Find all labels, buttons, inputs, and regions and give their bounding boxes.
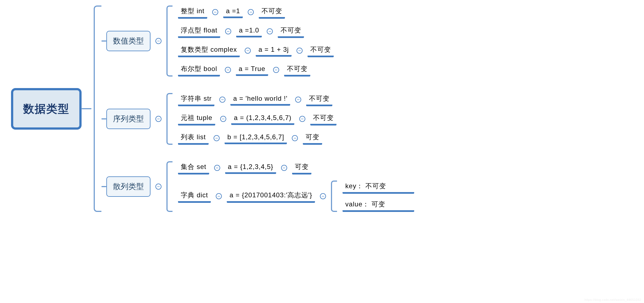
category-group: 数值类型−整型 int−a =1−不可变浮点型 float−a =1.0−不可变… [101,6,414,77]
collapse-icon[interactable]: − [297,48,303,54]
root-title: 数据类型 [23,103,69,115]
mutability: 不可变 [259,6,285,19]
type-name: 列表 list [178,132,209,145]
leaf-row: 字典 dict−a = {2017001403:'高志远'}−key： 不可变v… [173,181,414,212]
collapse-icon[interactable]: − [292,135,298,141]
type-example: a = {2017001403:'高志远'} [227,190,315,203]
type-example: a = 'hello world !' [230,94,290,106]
collapse-icon[interactable]: − [220,116,226,122]
type-name: 整型 int [178,6,207,19]
collapse-icon[interactable]: − [245,48,251,54]
collapse-icon[interactable]: − [299,116,305,122]
collapse-icon[interactable]: − [225,67,231,73]
category-node[interactable]: 序列类型 [106,109,150,129]
collapse-icon[interactable]: − [155,38,161,44]
collapse-icon[interactable]: − [155,116,161,122]
bracket [166,6,173,77]
nested-group: key： 不可变value： 可变 [331,181,414,212]
connector [101,186,106,187]
collapse-icon[interactable]: − [273,67,279,73]
leaf-row: 整型 int−a =1−不可变 [173,6,334,19]
nested-row: value： 可变 [337,199,414,212]
leaf-column: 集合 set−a = {1,2,3,4,5}−可变字典 dict−a = {20… [173,161,414,212]
kv-mutability: key： 不可变 [343,181,414,194]
collapse-icon[interactable]: − [281,165,287,171]
mutability: 不可变 [306,93,332,106]
mutability: 不可变 [310,112,336,125]
type-name: 集合 set [178,161,209,174]
nested-column: key： 不可变value： 可变 [337,181,414,212]
leaf-row: 集合 set−a = {1,2,3,4,5}−可变 [173,161,414,174]
type-example: a = (1,2,3,4,5,6,7) [231,113,294,125]
mutability: 可变 [303,132,322,145]
mutability: 不可变 [308,44,334,57]
collapse-icon[interactable]: − [225,28,231,34]
leaf-row: 复数类型 complex−a = 1 + 3j−不可变 [173,44,334,57]
collapse-icon[interactable]: − [214,165,220,171]
leaf-group: 字符串 str−a = 'hello world !'−不可变元祖 tuple−… [166,93,336,145]
category-column: 数值类型−整型 int−a =1−不可变浮点型 float−a =1.0−不可变… [101,6,414,212]
mutability: 可变 [292,161,311,174]
nested-row: key： 不可变 [337,181,414,194]
type-example: a = True [236,64,268,76]
mutability: 不可变 [278,25,304,38]
type-example: a = {1,2,3,4,5} [225,162,276,174]
bracket [94,6,101,212]
collapse-icon[interactable]: − [155,184,161,190]
type-name: 字符串 str [178,93,214,106]
connector [101,40,106,42]
collapse-icon[interactable]: − [248,9,254,15]
root-node[interactable]: 数据类型 [11,88,82,130]
leaf-group: 集合 set−a = {1,2,3,4,5}−可变字典 dict−a = {20… [166,161,414,212]
category-node[interactable]: 散列类型 [106,176,150,197]
leaf-column: 字符串 str−a = 'hello world !'−不可变元祖 tuple−… [173,93,336,145]
connector [101,118,106,119]
mutability: 不可变 [284,63,310,77]
leaf-row: 字符串 str−a = 'hello world !'−不可变 [173,93,336,106]
type-name: 浮点型 float [178,25,220,38]
type-example: a = 1 + 3j [256,45,292,57]
category-group: 序列类型−字符串 str−a = 'hello world !'−不可变元祖 t… [101,93,414,145]
leaf-row: 列表 list−b = [1,2,3,4,5,6,7]−可变 [173,132,336,145]
collapse-icon[interactable]: − [214,135,220,141]
type-example: a =1 [223,6,243,18]
leaf-row: 元祖 tuple−a = (1,2,3,4,5,6,7)−不可变 [173,112,336,125]
type-name: 字典 dict [178,190,211,203]
mindmap-canvas: 数据类型 数值类型−整型 int−a =1−不可变浮点型 float−a =1.… [11,6,638,212]
category-node[interactable]: 数值类型 [106,31,150,51]
kv-mutability: value： 可变 [343,199,414,212]
leaf-group: 整型 int−a =1−不可变浮点型 float−a =1.0−不可变复数类型 … [166,6,334,77]
type-name: 元祖 tuple [178,112,215,125]
leaf-column: 整型 int−a =1−不可变浮点型 float−a =1.0−不可变复数类型 … [173,6,334,77]
leaf-row: 布尔型 bool−a = True−不可变 [173,63,334,77]
type-name: 复数类型 complex [178,44,240,57]
collapse-icon[interactable]: − [295,97,301,103]
bracket [166,161,173,212]
collapse-icon[interactable]: − [212,9,218,15]
bracket [331,181,337,212]
collapse-icon[interactable]: − [267,28,273,34]
collapse-icon[interactable]: − [216,193,222,199]
collapse-icon[interactable]: − [320,193,326,199]
collapse-icon[interactable]: − [219,97,225,103]
leaf-row: 浮点型 float−a =1.0−不可变 [173,25,334,38]
root-children: 数值类型−整型 int−a =1−不可变浮点型 float−a =1.0−不可变… [91,6,414,212]
type-example: a =1.0 [236,25,262,37]
connector [82,108,91,109]
type-example: b = [1,2,3,4,5,6,7] [225,132,287,144]
category-group: 散列类型−集合 set−a = {1,2,3,4,5}−可变字典 dict−a … [101,161,414,212]
bracket [166,93,173,145]
type-name: 布尔型 bool [178,63,220,77]
